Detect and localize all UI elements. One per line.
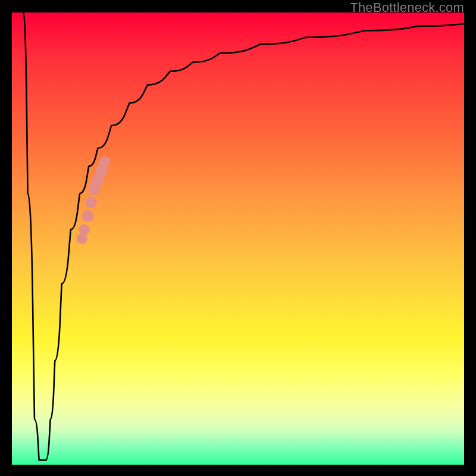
- highlight-dot: [99, 156, 110, 167]
- plot-area: [12, 12, 464, 465]
- chart-stage: TheBottleneck.com: [0, 0, 476, 476]
- highlight-dot: [77, 233, 87, 244]
- bottleneck-curve: [23, 12, 464, 460]
- curve-svg: [12, 12, 464, 465]
- highlight-dot: [79, 224, 90, 235]
- highlight-dot: [82, 210, 94, 222]
- marker-group: [77, 156, 110, 244]
- highlight-dot: [85, 196, 97, 208]
